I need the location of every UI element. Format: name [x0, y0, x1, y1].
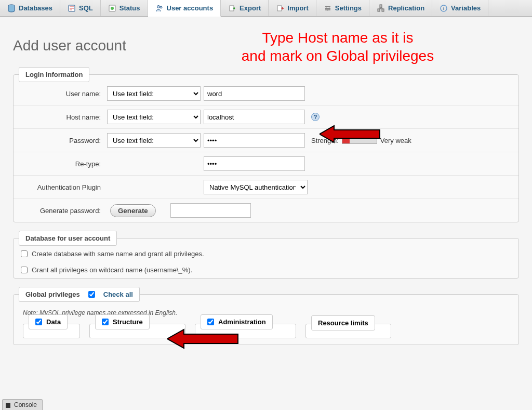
priv-admin-checkbox[interactable]: [207, 319, 214, 325]
retype-label: Re-type:: [19, 160, 107, 168]
create-db-label: Create database with same name and grant…: [32, 250, 204, 258]
tab-databases[interactable]: Databases: [0, 0, 60, 16]
sql-icon: [68, 4, 76, 12]
login-legend: Login Information: [19, 67, 89, 82]
svg-point-5: [160, 6, 162, 8]
username-label: User name:: [19, 90, 107, 98]
hostname-input[interactable]: [204, 110, 305, 124]
create-db-checkbox[interactable]: [21, 250, 28, 257]
global-privileges-legend: Global privileges Check all: [19, 287, 140, 302]
wildcard-label: Grant all privileges on wildcard name (u…: [32, 266, 192, 274]
console-toggle[interactable]: Console: [2, 399, 43, 410]
status-icon: [108, 4, 116, 12]
checkall-link[interactable]: Check all: [103, 290, 133, 298]
wildcard-checkbox[interactable]: [21, 267, 28, 273]
priv-admin-label: Administration: [218, 318, 266, 326]
tab-export[interactable]: Export: [221, 0, 269, 16]
tab-settings-label: Settings: [335, 4, 362, 12]
variables-icon: i: [440, 4, 448, 12]
strength-rating: Very weak: [380, 137, 411, 144]
generated-password-input[interactable]: [170, 203, 251, 218]
priv-resource-label: Resource limits: [318, 319, 368, 327]
username-mode-select[interactable]: Use text field:: [107, 86, 201, 101]
users-icon: [155, 4, 164, 12]
priv-resource-box: Resource limits: [305, 324, 391, 338]
tab-replication-label: Replication: [388, 4, 424, 12]
tab-sql-label: SQL: [79, 4, 93, 12]
retype-input[interactable]: [204, 156, 305, 171]
priv-data-label: Data: [46, 318, 61, 326]
tab-replication[interactable]: Replication: [369, 0, 432, 16]
checkall-checkbox[interactable]: [88, 291, 95, 298]
tab-variables[interactable]: iVariables: [432, 0, 488, 16]
svg-rect-12: [378, 9, 380, 11]
tab-user-accounts[interactable]: User accounts: [148, 0, 221, 17]
svg-point-3: [111, 7, 114, 10]
svg-point-4: [157, 5, 159, 8]
tab-variables-label: Variables: [451, 4, 481, 12]
password-mode-select[interactable]: Use text field:: [107, 133, 201, 148]
svg-rect-13: [382, 9, 384, 11]
generate-button[interactable]: Generate: [110, 204, 156, 217]
arrow-hostname: [320, 124, 382, 144]
svg-point-9: [328, 7, 330, 9]
password-label: Password:: [19, 137, 107, 144]
top-tabs: Databases SQL Status User accounts Expor…: [0, 0, 532, 17]
tab-import-label: Import: [287, 4, 308, 12]
page-content: Add user account Login Information User …: [0, 17, 532, 364]
auth-plugin-select[interactable]: Native MySQL authentication: [204, 180, 308, 194]
auth-plugin-label: Authentication Plugin: [19, 183, 107, 191]
tab-sql[interactable]: SQL: [60, 0, 101, 16]
gp-legend-text: Global privileges: [25, 290, 80, 298]
tab-databases-label: Databases: [19, 4, 52, 12]
tab-export-label: Export: [240, 4, 261, 12]
svg-point-8: [325, 6, 327, 7]
annotation-line2: and mark on Global privileges: [192, 47, 483, 65]
settings-icon: [324, 4, 332, 12]
tutorial-annotation: Type Host name as it is and mark on Glob…: [192, 29, 483, 65]
svg-marker-17: [167, 329, 238, 348]
tab-import[interactable]: Import: [269, 0, 316, 16]
database-for-user-fieldset: Database for user account Create databas…: [13, 231, 519, 279]
svg-rect-7: [277, 6, 282, 11]
svg-marker-16: [320, 126, 380, 142]
password-input[interactable]: [204, 133, 305, 148]
svg-point-10: [326, 9, 328, 10]
hostname-mode-select[interactable]: Use text field:: [107, 110, 201, 124]
tab-users-label: User accounts: [167, 4, 214, 12]
generate-password-label: Generate password:: [19, 207, 107, 215]
svg-rect-11: [380, 5, 382, 8]
priv-data-checkbox[interactable]: [35, 319, 42, 325]
priv-data-box: Data: [23, 324, 80, 338]
tab-settings[interactable]: Settings: [316, 0, 369, 16]
tab-status-label: Status: [119, 4, 140, 12]
databases-icon: [7, 4, 16, 12]
global-privileges-fieldset: Global privileges Check all Note: MySQL …: [13, 287, 519, 345]
replication-icon: [377, 4, 385, 12]
login-information-fieldset: Login Information User name: Use text fi…: [13, 67, 519, 222]
tab-status[interactable]: Status: [101, 0, 148, 16]
priv-structure-label: Structure: [113, 318, 143, 326]
hostname-label: Host name:: [19, 113, 107, 121]
help-icon[interactable]: ?: [311, 113, 320, 121]
import-icon: [276, 4, 284, 12]
annotation-line1: Type Host name as it is: [192, 29, 483, 47]
username-input[interactable]: [204, 86, 305, 101]
priv-structure-checkbox[interactable]: [102, 319, 109, 325]
export-icon: [228, 4, 236, 12]
svg-text:i: i: [443, 6, 444, 11]
arrow-global-privileges: [167, 327, 240, 350]
db-legend: Database for user account: [19, 231, 117, 246]
